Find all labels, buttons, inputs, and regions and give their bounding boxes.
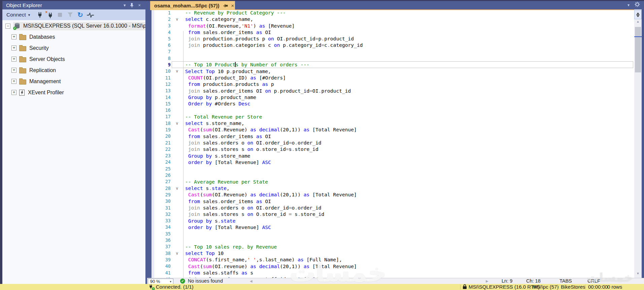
code-line[interactable]: 31join sales.orders o on OI.order_id=o.o… (151, 204, 634, 211)
code-line[interactable]: 22join sales.stores s on o.store_id=s.st… (151, 146, 634, 152)
health-check-icon: ✓ (180, 279, 185, 284)
expand-icon[interactable]: + (11, 79, 16, 84)
editor-vertical-scrollbar[interactable]: ▲ ▼ (634, 9, 642, 278)
line-number: 10 (154, 68, 171, 74)
code-line[interactable]: 11COUNT(OI.product_ID) as [#Orders] (151, 74, 634, 81)
folder-icon (19, 57, 26, 62)
code-line[interactable]: 7 (151, 49, 634, 55)
document-tab[interactable]: osama_moham...SI\pc (57)) × (150, 1, 235, 10)
tree-node-xevent-profiler[interactable]: +XEvent Profiler (2, 87, 145, 98)
pin-icon[interactable] (130, 3, 133, 8)
code-line[interactable]: 35 (151, 230, 634, 237)
vertical-scrollbar-thumb[interactable] (635, 27, 641, 72)
code-line[interactable]: 24order by [Total Revenue] ASC (151, 159, 634, 165)
code-line[interactable]: 13join sales.order_items OI on p.product… (151, 88, 634, 94)
scroll-up-icon[interactable]: ▲ (634, 20, 642, 23)
expand-icon[interactable]: + (11, 45, 16, 51)
document-list-chevron-down-icon[interactable]: ▾ (628, 3, 630, 7)
tree-node-security[interactable]: +Security (2, 42, 145, 54)
line-number: 12 (154, 82, 171, 87)
zoom-chevron-down-icon: ▾ (170, 280, 171, 283)
fold-chevron-icon[interactable]: ∨ (171, 186, 183, 191)
code-line[interactable]: 15Order by #Orders Desc (151, 100, 634, 107)
connect-plug-icon[interactable] (35, 11, 44, 19)
code-line[interactable]: 36 (151, 237, 634, 243)
code-line[interactable]: 40Cast(sum(OI.revenue) as decimal(20,1))… (151, 263, 634, 269)
code-lines[interactable]: 1-- Revenue by Product Category ---2∨sel… (151, 9, 634, 278)
code-line[interactable]: 17-- Total Revenue per Store (151, 114, 634, 120)
expand-icon[interactable]: + (11, 57, 16, 62)
collapse-icon[interactable]: − (5, 24, 10, 29)
code-line[interactable]: 37-- Top 10 sales rep. by Revenue (151, 244, 634, 250)
code-line[interactable]: 8 (151, 55, 634, 61)
tab-close-icon[interactable]: × (231, 3, 234, 8)
line-number: 23 (154, 153, 171, 158)
stop-icon[interactable] (56, 11, 64, 19)
fold-chevron-icon[interactable]: ∨ (171, 121, 183, 126)
panel-menu-chevron-down-icon[interactable]: ▾ (124, 3, 126, 8)
code-line[interactable]: 34order by [Total Revenue] ASC (151, 224, 634, 230)
connect-button[interactable]: Connect ▾ (6, 12, 30, 18)
code-line[interactable]: 19Cast(sum(OI.Revenue) as decimal(20,1))… (151, 126, 634, 133)
connection-status-text: Connected. (1/1) (156, 284, 194, 290)
code-line[interactable]: 3format(OI.Revenue,'N1') as [Revenue] (151, 23, 634, 29)
code-line[interactable]: 12from production.products as p (151, 81, 634, 87)
expand-icon[interactable]: + (11, 90, 16, 95)
code-line[interactable]: 30from sales.order_items as OI (151, 198, 634, 204)
object-explorer-titlebar[interactable]: Object Explorer ▾ × (2, 1, 145, 9)
code-line[interactable]: 28∨select s.state, (151, 185, 634, 191)
tree-node-replication[interactable]: +Replication (2, 65, 145, 76)
code-line[interactable]: 4from sales.order_items as OI (151, 29, 634, 35)
expand-icon[interactable]: + (11, 34, 16, 39)
disconnect-plug-icon[interactable]: × (45, 11, 54, 19)
tree-node-server-objects[interactable]: +Server Objects (2, 54, 145, 65)
code-line[interactable]: 18∨select s.store_name, (151, 120, 634, 126)
line-number: 15 (154, 101, 171, 106)
activity-monitor-icon[interactable] (86, 11, 95, 19)
code-line[interactable]: 25 (151, 165, 634, 172)
code-line[interactable]: 10∨Select Top 10 p.product_name, (151, 68, 634, 74)
code-line[interactable]: 33Group by s.state (151, 218, 634, 224)
zoom-level-select[interactable]: 90 % ▾ (148, 279, 173, 284)
close-icon[interactable]: × (138, 3, 141, 8)
scroll-left-icon[interactable]: ◀ (250, 279, 252, 283)
code-line[interactable]: 27-- Average Revenue per State (151, 179, 634, 185)
code-line[interactable]: 26 (151, 172, 634, 178)
code-line[interactable]: 9-- Top 10 Products by Number of orders … (151, 61, 634, 68)
code-line[interactable]: 41from sales.staffs as s (151, 269, 634, 276)
code-line[interactable]: 1-- Revenue by Product Category --- (151, 9, 634, 16)
code-line[interactable]: 2∨select c.category_name, (151, 16, 634, 22)
code-line[interactable]: 29Cast(sum(OI.Revenue) as decimal(20,1))… (151, 191, 634, 198)
tab-pin-icon[interactable] (223, 4, 228, 7)
fold-chevron-icon[interactable]: ∨ (171, 17, 183, 22)
code-line[interactable]: 6join production.categories c on p.categ… (151, 42, 634, 48)
scroll-down-icon[interactable]: ▼ (634, 272, 642, 275)
code-line[interactable]: 38∨select Top 10 (151, 250, 634, 256)
tree-node-databases[interactable]: +Databases (2, 31, 145, 42)
code-line[interactable]: 5join production.products p on OI.produc… (151, 35, 634, 42)
code-line[interactable]: 21join sales.orders o on OI.order_id=o.o… (151, 139, 634, 146)
refresh-icon[interactable]: ↻ (76, 11, 84, 19)
line-number: 35 (154, 231, 171, 236)
filter-icon[interactable] (66, 11, 74, 19)
code-line[interactable]: 23Group by s.store_name (151, 153, 634, 159)
code-text: from sales.order_items as OI (183, 29, 271, 35)
code-line[interactable]: 20from sales.order_items as OI (151, 133, 634, 139)
scroll-right-icon[interactable]: ▶ (486, 279, 488, 283)
code-line[interactable]: 14Group by p.product_name (151, 94, 634, 100)
gear-icon[interactable] (635, 2, 640, 8)
code-line[interactable]: 32join sales.stores s on O.store_id = s.… (151, 211, 634, 217)
fold-chevron-icon[interactable]: ∨ (171, 251, 183, 256)
expand-icon[interactable]: + (11, 68, 16, 73)
panel-splitter[interactable] (145, 9, 151, 284)
code-line[interactable]: 39CONCAT(s.first_name,' ',s.last_name) a… (151, 256, 634, 263)
code-editor[interactable]: 1-- Revenue by Product Category ---2∨sel… (151, 9, 634, 278)
split-window-handle[interactable] (634, 10, 642, 19)
tree-node-server[interactable]: − ✓ MSI\SQLEXPRESS (SQL Server 16.0.1000… (2, 21, 145, 31)
window-top-edge (0, 0, 644, 1)
fold-chevron-icon[interactable]: ∨ (171, 69, 183, 73)
folder-icon (19, 46, 26, 51)
code-line[interactable]: 16 (151, 107, 634, 113)
tree-node-management[interactable]: +Management (2, 76, 145, 87)
line-number: 38 (154, 251, 171, 256)
